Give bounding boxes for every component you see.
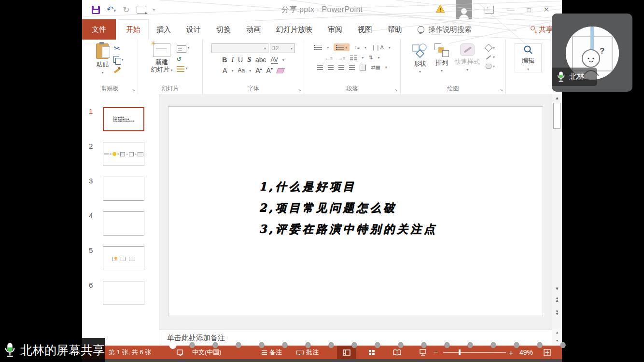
notes-scroll-up-icon[interactable]: ▲ [552, 331, 562, 334]
align-right-icon[interactable] [338, 65, 344, 70]
tab-review[interactable]: 审阅 [320, 19, 350, 40]
paragraph-dialog-launcher-icon[interactable]: ↘ [394, 87, 398, 92]
line-spacing-icon[interactable]: ↕≡ [354, 44, 360, 50]
copy-icon[interactable] [113, 56, 119, 63]
font-dialog-launcher-icon[interactable]: ↘ [297, 87, 301, 92]
redo-icon[interactable]: ↻ [123, 6, 129, 14]
screen-share-banner-text: 北林的屏幕共享 [20, 342, 105, 358]
undo-dropdown-icon[interactable]: ▾ [113, 8, 116, 13]
slide-text-line-2[interactable]: 2,项目常见问题怎么破 [259, 200, 397, 215]
text-box-align-icon[interactable]: ⇅ [368, 55, 373, 61]
screen-share-banner: 北林的屏幕共享 [0, 338, 105, 362]
font-color-button[interactable]: A [223, 67, 227, 74]
align-left-icon[interactable] [317, 65, 323, 70]
add-table-icon[interactable] [360, 65, 366, 70]
format-painter-icon[interactable] [113, 67, 120, 73]
thumbnail-slide-6[interactable]: 6 [82, 281, 159, 305]
tab-home[interactable]: 开始 [118, 19, 149, 40]
save-icon[interactable] [92, 6, 100, 14]
slide-text-line-3[interactable]: 3,评委在路演中特别的关注点 [259, 222, 437, 237]
title-bar: ↶▾ ↻ ▿ 分享.pptx - PowerPoint ! — □ ✕ [82, 0, 562, 19]
edit-button[interactable]: 编辑 ▾ [515, 43, 542, 72]
zoom-slider-thumb[interactable] [459, 349, 461, 355]
slide-indicator[interactable]: 第 1 张, 共 6 张 [109, 346, 151, 359]
slide-scrollbar[interactable]: ▲ ▼ ▲▲ ▼▼ [552, 94, 562, 330]
grow-font-button[interactable]: A▴ [255, 67, 262, 74]
next-slide-icon[interactable]: ▼▼ [552, 310, 562, 315]
font-name-combobox[interactable]: ▾ [211, 43, 268, 53]
qat-customize-icon[interactable]: ▿ [153, 7, 155, 13]
thumbnail-slide-1[interactable]: 1 1,什么是好项目2,项目常见问题怎么破3,评委在路演中特别的关注点 [82, 107, 159, 131]
underline-button[interactable]: U [238, 56, 243, 64]
paragraph-group: ▾ ▾ ↕≡▾ ❘❘A▾ ←≡ →≡ ▾ ⇅▾ ⇄▦▾ [304, 40, 401, 94]
text-shadow-button[interactable]: S [247, 56, 251, 64]
character-spacing-button[interactable]: AV [271, 56, 278, 64]
cut-icon[interactable]: ✂ [113, 45, 120, 52]
zoom-slider-track[interactable] [443, 352, 506, 353]
clear-formatting-icon[interactable] [276, 68, 285, 73]
slide-1-preview[interactable]: 1,什么是好项目2,项目常见问题怎么破3,评委在路演中特别的关注点 [103, 107, 144, 131]
slide-2-preview[interactable]: == ++ [103, 142, 144, 166]
tab-file[interactable]: 文件 [82, 19, 116, 40]
thumbnail-slide-4[interactable]: 4 [82, 211, 159, 236]
strikethrough-button[interactable]: abc [255, 56, 266, 64]
scroll-down-icon[interactable]: ▼ [552, 286, 562, 291]
thumbnail-slide-3[interactable]: 3 [82, 177, 159, 201]
start-slideshow-icon[interactable] [137, 6, 146, 14]
thumbnail-slide-5[interactable]: 5 [82, 246, 159, 270]
tell-me-search[interactable]: 操作说明搜索 [410, 19, 479, 40]
webcam-overlay[interactable]: ? 北林 [552, 14, 632, 92]
svg-text:!: ! [439, 7, 441, 13]
drawing-dialog-launcher-icon[interactable]: ↘ [499, 87, 503, 92]
account-avatar[interactable] [456, 0, 472, 19]
current-slide-canvas[interactable]: 1,什么是好项目 2,项目常见问题怎么破 3,评委在路演中特别的关注点 [168, 106, 543, 316]
section-icon[interactable] [177, 66, 184, 72]
smartart-convert-icon[interactable]: ⇄▦ [371, 64, 380, 70]
decrease-indent-icon[interactable]: ←≡ [325, 55, 333, 61]
slide-5-preview[interactable] [103, 246, 144, 270]
font-size-combobox[interactable]: 32▾ [270, 43, 295, 53]
spellcheck-icon[interactable] [177, 346, 184, 359]
change-case-button[interactable]: Aa [238, 67, 245, 74]
reset-slide-icon[interactable]: ↺ [177, 56, 182, 62]
tab-insert[interactable]: 插入 [149, 19, 179, 40]
numbering-button-active[interactable]: ▾ [334, 43, 350, 51]
clipboard-dialog-launcher-icon[interactable]: ↘ [131, 87, 135, 92]
shrink-font-button[interactable]: A▾ [266, 67, 273, 74]
italic-button[interactable]: I [231, 56, 234, 64]
close-button[interactable]: ✕ [543, 5, 549, 14]
shape-effects-button[interactable]: ▾ [486, 64, 495, 69]
scroll-up-icon[interactable]: ▲ [552, 96, 562, 100]
slide-4-preview[interactable] [103, 211, 144, 236]
tab-slideshow[interactable]: 幻灯片放映 [268, 19, 320, 40]
minimize-button[interactable]: — [507, 6, 515, 14]
slides-group-label: 幻灯片 [138, 84, 202, 93]
bullets-icon[interactable] [314, 45, 322, 50]
tab-design[interactable]: 设计 [179, 19, 209, 40]
ribbon-display-options-icon[interactable] [485, 6, 494, 14]
tab-animations[interactable]: 动画 [238, 19, 268, 40]
maximize-button[interactable]: □ [527, 6, 531, 14]
slide-text-line-1[interactable]: 1,什么是好项目 [259, 179, 356, 194]
columns-icon[interactable] [350, 56, 357, 60]
tab-transitions[interactable]: 切换 [209, 19, 238, 40]
increase-indent-icon[interactable]: →≡ [337, 55, 345, 61]
scrollbar-thumb[interactable] [553, 103, 560, 129]
tab-help[interactable]: 帮助 [380, 19, 410, 40]
tab-view[interactable]: 视图 [350, 19, 380, 40]
thumbnail-slide-2[interactable]: 2 == ++ [82, 142, 159, 166]
bold-button[interactable]: B [222, 56, 227, 64]
shape-fill-button[interactable]: ▾ [486, 45, 495, 51]
previous-slide-icon[interactable]: ▲▲ [552, 297, 562, 302]
slide-6-preview[interactable] [103, 281, 144, 305]
slide-layout-icon[interactable] [177, 45, 186, 53]
justify-icon[interactable] [349, 65, 355, 70]
shape-outline-button[interactable]: ▾ [486, 55, 495, 59]
warning-icon[interactable]: ! [435, 4, 445, 15]
align-center-icon[interactable] [328, 65, 334, 70]
slide-thumbnail-panel: 1 1,什么是好项目2,项目常见问题怎么破3,评委在路演中特别的关注点 2 ==… [82, 94, 159, 346]
numbering-icon [336, 45, 344, 50]
slide-3-preview[interactable] [103, 177, 144, 201]
undo-button[interactable]: ↶▾ [107, 5, 116, 14]
text-direction-icon[interactable]: ❘❘A [371, 44, 384, 51]
